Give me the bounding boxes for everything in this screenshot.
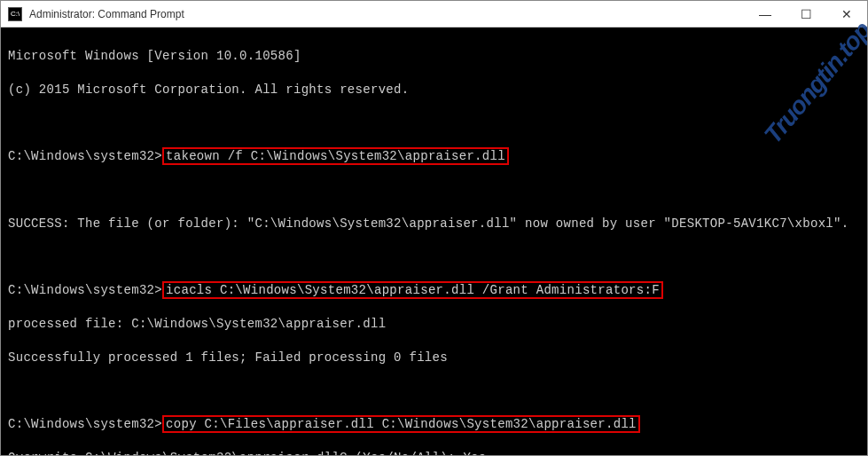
terminal-line: C:\Windows\system32>takeown /f C:\Window… (8, 148, 860, 165)
terminal-line (8, 249, 860, 266)
maximize-button[interactable]: ☐ (786, 1, 826, 28)
terminal-line: processed file: C:\Windows\System32\appr… (8, 316, 860, 333)
prompt-text: C:\Windows\system32> (8, 149, 162, 163)
terminal-line: C:\Windows\system32>icacls C:\Windows\Sy… (8, 282, 860, 299)
highlighted-command-1: takeown /f C:\Windows\System32\appraiser… (162, 147, 509, 165)
terminal-line: SUCCESS: The file (or folder): "C:\Windo… (8, 216, 860, 232)
terminal-line (8, 182, 860, 199)
highlighted-command-3: copy C:\Files\appraiser.dll C:\Windows\S… (162, 415, 640, 433)
terminal-line: (c) 2015 Microsoft Corporation. All righ… (8, 82, 860, 98)
terminal-line: C:\Windows\system32>copy C:\Files\apprai… (8, 416, 860, 433)
minimize-button[interactable]: — (745, 1, 786, 28)
window-title: Administrator: Command Prompt (29, 8, 745, 20)
window-titlebar: C:\ Administrator: Command Prompt — ☐ ✕ (1, 1, 867, 28)
titlebar-icon: C:\ (8, 7, 22, 21)
terminal-line: Microsoft Windows [Version 10.0.10586] (8, 48, 860, 65)
terminal-content[interactable]: Microsoft Windows [Version 10.0.10586] (… (1, 28, 867, 456)
prompt-text: C:\Windows\system32> (8, 283, 162, 297)
highlighted-command-2: icacls C:\Windows\System32\appraiser.dll… (162, 281, 663, 299)
terminal-line: Overwrite C:\Windows\System32\appraiser.… (8, 450, 860, 456)
terminal-line (8, 114, 860, 131)
terminal-line: Successfully processed 1 files; Failed p… (8, 350, 860, 366)
terminal-line (8, 383, 860, 400)
prompt-text: C:\Windows\system32> (8, 417, 162, 431)
